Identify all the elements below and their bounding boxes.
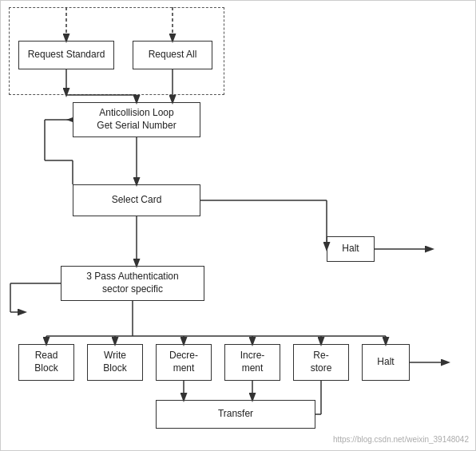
transfer-box: Transfer <box>156 400 315 429</box>
auth-box: 3 Pass Authentication sector specific <box>61 266 204 301</box>
read-block-box: Read Block <box>18 344 74 381</box>
diagram-container: Request Standard Request All Anticollisi… <box>0 0 476 451</box>
restore-box: Re- store <box>293 344 349 381</box>
svg-marker-33 <box>66 117 73 122</box>
select-card-box: Select Card <box>73 184 200 216</box>
increment-box: Incre- ment <box>224 344 280 381</box>
write-block-box: Write Block <box>87 344 143 381</box>
halt-top-box: Halt <box>327 236 375 262</box>
anticollision-box: Anticollision Loop Get Serial Number <box>73 102 200 137</box>
decrement-box: Decre- ment <box>156 344 212 381</box>
halt-bottom-box: Halt <box>362 344 410 381</box>
dashed-outline <box>9 7 224 95</box>
watermark: https://blog.csdn.net/weixin_39148042 <box>333 435 469 444</box>
